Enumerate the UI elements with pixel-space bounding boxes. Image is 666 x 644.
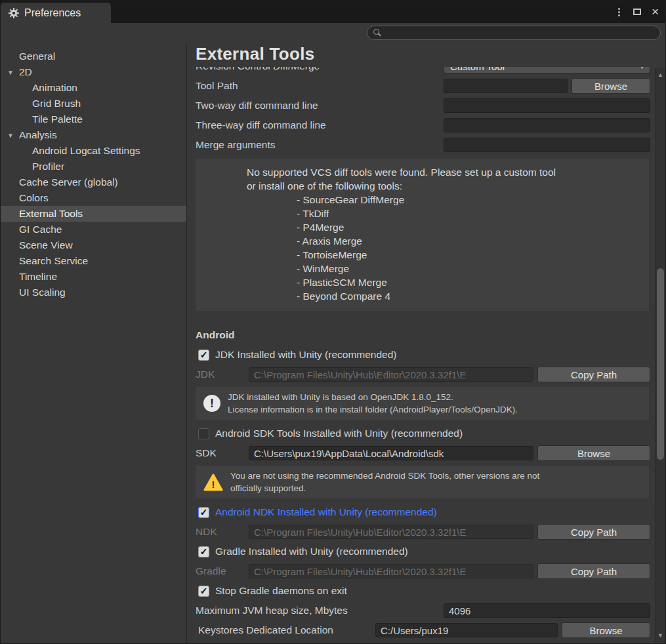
vcs-help-line: No supported VCS diff tools were found. … [247, 165, 640, 179]
check-icon: ✓ [199, 547, 209, 557]
ndk-toggle-row: ✓ Android NDK Installed with Unity (reco… [188, 502, 654, 522]
sdk-path-input[interactable] [249, 446, 533, 460]
ndk-checkbox[interactable]: ✓ [198, 507, 209, 518]
close-icon[interactable]: × [652, 6, 659, 18]
sdk-warning-box: ! You are not using the recommended Andr… [196, 466, 649, 498]
gradle-path-input [249, 564, 533, 578]
two-way-diff-label: Two-way diff command line [196, 100, 444, 111]
sidebar-item-search-service[interactable]: Search Service [1, 253, 186, 269]
jdk-copy-path-button[interactable]: Copy Path [537, 367, 650, 382]
sdk-checkbox[interactable] [198, 428, 209, 439]
vertical-scrollbar[interactable]: ▲ ▼ [655, 68, 665, 642]
stop-gradle-toggle-label: Stop Gradle daemons on exit [215, 585, 347, 597]
sidebar-item-colors[interactable]: Colors [1, 190, 186, 206]
gradle-checkbox[interactable]: ✓ [198, 546, 209, 557]
jdk-checkbox[interactable]: ✓ [198, 350, 209, 361]
search-box[interactable] [367, 26, 661, 40]
three-way-diff-row: Three-way diff command line [188, 115, 654, 135]
sidebar-item-profiler[interactable]: Profiler [1, 159, 186, 174]
jvm-heap-input[interactable] [444, 603, 650, 618]
scroll-down-icon[interactable]: ▼ [656, 632, 665, 639]
sidebar-item-analysis[interactable]: ▼Analysis [1, 127, 186, 143]
vcs-tool-item: - TortoiseMerge [247, 248, 640, 262]
info-icon: ! [203, 395, 220, 412]
gradle-copy-path-button[interactable]: Copy Path [537, 563, 650, 579]
vcs-tool-item: - WinMerge [247, 262, 640, 275]
vcs-tool-item: - P4Merge [247, 220, 640, 234]
ndk-path-input [249, 525, 533, 539]
keystores-browse-button[interactable]: Browse [562, 622, 650, 638]
sidebar-item-android-logcat-settings[interactable]: Android Logcat Settings [1, 143, 186, 159]
check-icon: ✓ [199, 586, 209, 596]
sdk-browse-button[interactable]: Browse [537, 445, 650, 461]
jdk-path-row: JDK Copy Path [188, 365, 654, 384]
window-controls: × [615, 1, 659, 23]
window-menu-icon[interactable] [615, 5, 623, 19]
sdk-path-label: SDK [196, 447, 249, 459]
tool-path-browse-button[interactable]: Browse [572, 78, 650, 94]
maximize-icon[interactable] [633, 9, 641, 15]
vcs-tool-item: - PlasticSCM Merge [247, 275, 640, 289]
gradle-toggle-row: ✓ Gradle Installed with Unity (recommend… [188, 542, 654, 561]
jdk-info-line: License information is in the install fo… [228, 403, 518, 416]
check-icon: ✓ [199, 508, 209, 517]
sdk-warning-line: You are not using the recommended Androi… [230, 470, 539, 482]
ndk-copy-path-button[interactable]: Copy Path [537, 524, 650, 540]
tool-path-label: Tool Path [196, 80, 444, 92]
jdk-path-input [249, 367, 533, 382]
gradle-path-label: Gradle [196, 565, 249, 577]
revision-control-dropdown[interactable]: Custom Tool ▾ [444, 67, 650, 73]
sidebar-item-scene-view[interactable]: Scene View [1, 237, 186, 253]
sidebar-item-gi-cache[interactable]: GI Cache [1, 222, 186, 237]
page-title: External Tools [188, 43, 665, 67]
sidebar-item-label: 2D [19, 66, 32, 77]
check-icon: ✓ [199, 350, 209, 360]
android-section-title: Android [188, 311, 654, 345]
jvm-heap-label: Maximum JVM heap size, Mbytes [196, 605, 444, 616]
merge-arguments-row: Merge arguments [188, 135, 654, 155]
search-input[interactable] [386, 28, 654, 38]
vcs-help-line: or install one of the following tools: [247, 179, 640, 193]
toolbar [1, 23, 665, 43]
jdk-info-box: ! JDK installed with Unity is based on O… [196, 387, 649, 420]
tool-path-row: Tool Path Browse [188, 76, 654, 96]
sidebar: General ▼2D Animation Grid Brush Tile Pa… [1, 43, 187, 643]
warning-exclamation: ! [212, 479, 215, 490]
sidebar-item-general[interactable]: General [1, 49, 186, 64]
sidebar-item-grid-brush[interactable]: Grid Brush [1, 96, 186, 111]
gradle-path-row: Gradle Copy Path [188, 561, 654, 581]
keystores-label: Keystores Dedicated Location [196, 624, 375, 636]
foldout-expanded-icon[interactable]: ▼ [7, 128, 16, 144]
ndk-path-row: NDK Copy Path [188, 522, 654, 542]
vcs-help-box: No supported VCS diff tools were found. … [196, 159, 649, 311]
merge-arguments-input[interactable] [444, 138, 650, 152]
preferences-tab[interactable]: Preferences [1, 3, 111, 23]
foldout-expanded-icon[interactable]: ▼ [7, 65, 16, 81]
sidebar-item-timeline[interactable]: Timeline [1, 269, 186, 285]
two-way-diff-input[interactable] [444, 98, 650, 113]
window-title: Preferences [24, 7, 81, 19]
chevron-down-icon: ▾ [640, 67, 644, 70]
search-icon [373, 29, 381, 37]
sidebar-item-animation[interactable]: Animation [1, 80, 186, 96]
gradle-toggle-label: Gradle Installed with Unity (recommended… [215, 546, 408, 557]
sidebar-item-external-tools[interactable]: External Tools [1, 206, 186, 222]
vcs-tool-item: - SourceGear DiffMerge [247, 193, 640, 207]
sidebar-item-tile-palette[interactable]: Tile Palette [1, 111, 186, 127]
keystores-input[interactable] [375, 623, 558, 637]
three-way-diff-input[interactable] [444, 118, 650, 132]
sidebar-item-cache-server[interactable]: Cache Server (global) [1, 174, 186, 190]
dropdown-value: Custom Tool [450, 67, 505, 72]
stop-gradle-checkbox[interactable]: ✓ [198, 586, 209, 597]
scroll-up-icon[interactable]: ▲ [656, 71, 665, 78]
two-way-diff-row: Two-way diff command line [188, 96, 654, 115]
tool-path-input[interactable] [444, 79, 568, 93]
revision-control-label: Revision Control Diff/Merge [196, 67, 444, 72]
preferences-window: Preferences × General ▼2D Animation Grid… [0, 0, 666, 644]
sdk-toggle-row: Android SDK Tools Installed with Unity (… [188, 424, 654, 443]
sidebar-item-ui-scaling[interactable]: UI Scaling [1, 285, 186, 300]
sidebar-item-2d[interactable]: ▼2D [1, 64, 186, 80]
scrollbar-thumb[interactable] [657, 268, 664, 460]
scroll-content: Revision Control Diff/Merge Custom Tool … [188, 67, 654, 643]
stop-gradle-toggle-row: ✓ Stop Gradle daemons on exit [188, 581, 654, 601]
